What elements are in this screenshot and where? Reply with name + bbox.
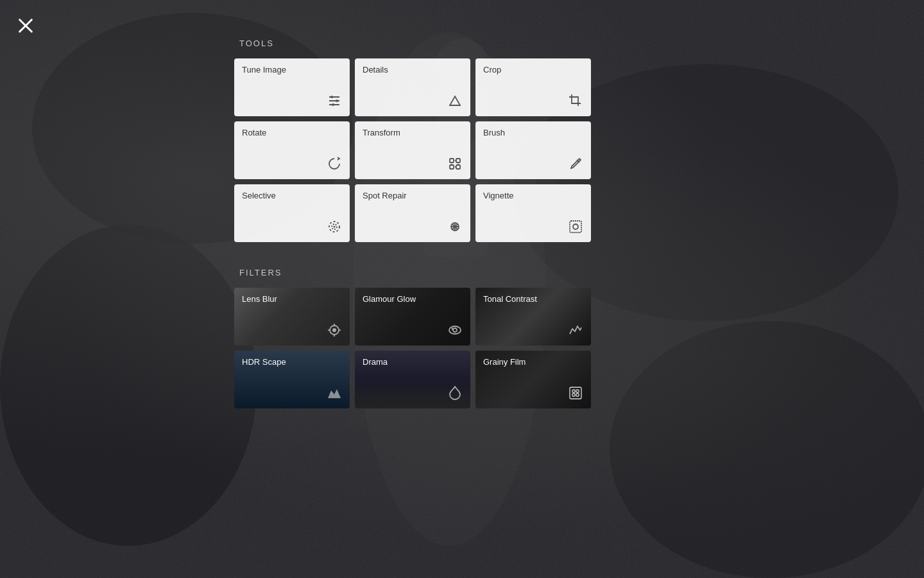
- filter-card-tonal-contrast[interactable]: Tonal Contrast: [475, 288, 591, 346]
- drama-label: Drama: [363, 357, 463, 367]
- tool-card-brush[interactable]: Brush: [475, 121, 591, 179]
- svg-point-43: [453, 328, 457, 332]
- svg-rect-23: [450, 165, 454, 169]
- rotate-label: Rotate: [242, 128, 342, 137]
- glamour-glow-icon: [447, 322, 463, 340]
- triangle-icon: [447, 93, 463, 111]
- grainy-film-icon: [568, 385, 583, 403]
- svg-point-42: [449, 326, 461, 334]
- tool-card-tune-image[interactable]: Tune Image: [234, 58, 350, 116]
- vignette-icon: [568, 219, 583, 237]
- svg-rect-48: [576, 390, 579, 392]
- svg-point-17: [330, 96, 333, 98]
- close-button[interactable]: [13, 13, 38, 39]
- svg-marker-20: [450, 96, 460, 105]
- hdr-scape-icon: [327, 385, 342, 403]
- hdr-scape-label: HDR Scape: [242, 357, 342, 367]
- tune-image-label: Tune Image: [242, 65, 342, 74]
- svg-rect-24: [456, 165, 460, 169]
- lens-blur-icon: [327, 322, 342, 340]
- spot-repair-icon: [447, 219, 463, 237]
- tool-card-rotate[interactable]: Rotate: [234, 121, 350, 179]
- svg-point-32: [334, 226, 336, 228]
- brush-icon: [568, 156, 583, 174]
- sliders-icon: [327, 93, 342, 111]
- vignette-label: Vignette: [483, 191, 583, 200]
- filter-card-drama[interactable]: Drama: [355, 351, 470, 408]
- svg-point-19: [332, 103, 334, 106]
- filters-grid: Lens Blur Glamour Glow: [234, 288, 591, 408]
- svg-marker-45: [328, 389, 341, 398]
- filter-card-lens-blur[interactable]: Lens Blur: [234, 288, 350, 346]
- svg-rect-22: [456, 159, 460, 162]
- svg-point-35: [573, 224, 578, 229]
- tonal-contrast-icon: [568, 322, 583, 340]
- svg-rect-49: [572, 394, 575, 396]
- lens-blur-label: Lens Blur: [242, 294, 342, 304]
- transform-icon: [447, 156, 463, 174]
- filter-card-glamour-glow[interactable]: Glamour Glow: [355, 288, 470, 346]
- drama-icon: [447, 385, 463, 403]
- svg-rect-21: [450, 159, 454, 162]
- tool-card-transform[interactable]: Transform: [355, 121, 470, 179]
- spot-repair-label: Spot Repair: [363, 191, 463, 200]
- tools-section-title: TOOLS: [239, 39, 274, 48]
- filter-card-grainy-film[interactable]: Grainy Film: [475, 351, 591, 408]
- svg-rect-34: [570, 221, 581, 232]
- grainy-film-label: Grainy Film: [483, 357, 583, 367]
- tool-card-details[interactable]: Details: [355, 58, 470, 116]
- svg-rect-46: [570, 387, 581, 399]
- filters-section-title: FILTERS: [239, 268, 282, 277]
- svg-rect-50: [576, 394, 579, 396]
- tool-card-spot-repair[interactable]: Spot Repair: [355, 184, 470, 242]
- svg-point-44: [452, 328, 454, 330]
- selective-label: Selective: [242, 191, 342, 200]
- tool-card-crop[interactable]: Crop: [475, 58, 591, 116]
- tonal-contrast-label: Tonal Contrast: [483, 294, 583, 304]
- selective-icon: [327, 219, 342, 237]
- brush-label: Brush: [483, 128, 583, 137]
- filter-card-hdr-scape[interactable]: HDR Scape: [234, 351, 350, 408]
- svg-rect-47: [572, 390, 575, 392]
- tools-grid: Tune Image Details: [234, 58, 591, 242]
- main-content: TOOLS Tune Image Details: [0, 0, 924, 578]
- tool-card-selective[interactable]: Selective: [234, 184, 350, 242]
- svg-point-18: [336, 100, 338, 102]
- svg-point-37: [332, 328, 336, 332]
- crop-icon: [568, 93, 583, 111]
- crop-label: Crop: [483, 65, 583, 74]
- details-label: Details: [363, 65, 463, 74]
- glamour-glow-label: Glamour Glow: [363, 294, 463, 304]
- tool-card-vignette[interactable]: Vignette: [475, 184, 591, 242]
- transform-label: Transform: [363, 128, 463, 137]
- rotate-icon: [327, 156, 342, 174]
